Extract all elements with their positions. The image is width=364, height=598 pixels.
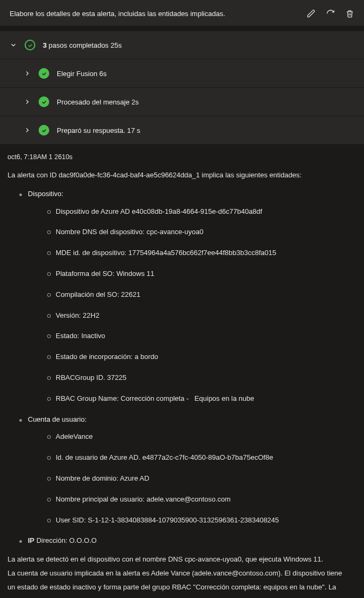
list-item: Id. de usuario de Azure AD. e4877a2c-c7f… [28,452,357,464]
user-section: Cuenta de usuario: AdeleVance Id. de usu… [7,414,357,526]
response-body: oct6, 7:18AM 1 2610s La alerta con ID da… [0,144,364,598]
check-circle-icon [39,125,49,136]
user-list: AdeleVance Id. de usuario de Azure AD. e… [28,431,357,526]
step-label: Procesado del mensaje 2s [57,98,139,106]
chevron-right-icon [24,98,31,106]
step-row[interactable]: Procesado del mensaje 2s [0,87,364,116]
list-item: Plataforma del SO: Windows 11 [28,268,357,280]
summary-line: La alerta se detectó en el dispositivo c… [7,554,357,565]
lead-paragraph: La alerta con ID dac9f0a0de-fc36-4cad-ba… [7,170,357,181]
step-row[interactable]: Elegir Fusion 6s [0,59,364,87]
steps-summary-rest: pasos completados 25s [47,41,122,49]
device-section: Dispositivo: Dispositivo de Azure AD e40… [7,189,357,405]
chevron-down-icon [10,41,17,49]
ip-section: IP Dirección: O.O.O.O [7,535,357,547]
summary-line: La cuenta de usuario implicada en la ale… [7,568,357,579]
summary-line: dirección IP asociada a la alerta es 0.0… [7,596,357,598]
header-actions [306,9,354,18]
step-label: Preparó su respuesta. 17 s [57,126,140,134]
list-item: Compilación del SO: 22621 [28,289,357,301]
prompt-text: Elabore los detalles de esta alerta, inc… [10,10,225,18]
list-item: Estado: Inactivo [28,331,357,342]
delete-icon[interactable] [345,9,354,18]
list-item: User SID: S-1-12-1-3834083884-1079035900… [28,515,357,526]
list-item: Dispositivo de Azure AD e40c08db-19a8-46… [28,206,357,218]
ip-value: Dirección: O.O.O.O [36,536,97,544]
check-circle-icon [25,40,35,50]
prompt-header: Elabore los detalles de esta alerta, inc… [0,0,364,26]
steps-summary-row[interactable]: 3 pasos completados 25s [0,31,364,59]
summary-block: La alerta se detectó en el dispositivo c… [7,554,357,598]
device-list: Dispositivo de Azure AD e40c08db-19a8-46… [28,206,357,405]
list-item: RBAC Group Name: Corrección completa - E… [28,393,357,405]
chevron-right-icon [24,126,31,134]
list-item: Nombre principal de usuario: adele.vance… [28,494,357,505]
check-circle-icon [39,96,49,107]
step-row[interactable]: Preparó su respuesta. 17 s [0,116,364,144]
step-label: Elegir Fusion 6s [57,70,107,78]
list-item: Nombre DNS del dispositivo: cpc-avance-u… [28,227,357,238]
list-item: MDE id. de dispositivo: 17754964a4a576bc… [28,248,357,259]
device-title: Dispositivo: [28,190,63,198]
check-circle-icon [39,68,49,79]
user-title: Cuenta de usuario: [28,415,87,423]
ip-label: IP [28,536,34,544]
steps-summary-label: 3 pasos completados 25s [43,41,122,49]
list-item: Estado de incorporación: a bordo [28,352,357,363]
list-item: Versión: 22H2 [28,310,357,322]
list-item: AdeleVance [28,431,357,443]
list-item: Nombre de dominio: Azure AD [28,473,357,484]
response-timestamp: oct6, 7:18AM 1 2610s [7,152,357,162]
chevron-right-icon [24,70,31,77]
summary-line: un estado de estado inactivo y forma par… [7,582,357,593]
refresh-icon[interactable] [325,9,335,18]
list-item: RBACGroup ID. 37225 [28,372,357,384]
edit-icon[interactable] [306,9,316,18]
